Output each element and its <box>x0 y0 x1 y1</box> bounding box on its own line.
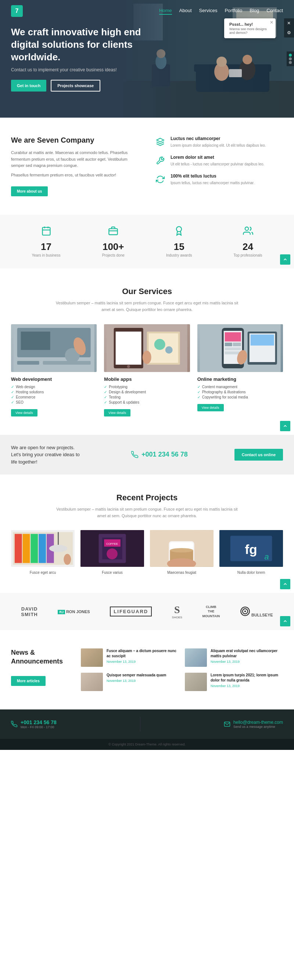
svg-rect-56 <box>15 534 22 563</box>
service-marketing-title: Online marketing <box>197 376 283 382</box>
svg-rect-47 <box>233 343 241 346</box>
project-2-image: COFFEE <box>81 530 144 567</box>
nav-home[interactable]: Home <box>159 8 172 15</box>
scroll-up-button[interactable] <box>280 255 290 265</box>
client-climb-mountain-label: CLIMBTHEMOUNTAIN <box>202 605 220 619</box>
svg-point-63 <box>64 554 71 565</box>
service-mobile-image <box>104 324 190 372</box>
hero-section: 7 Home About Services Portfolio Blog Con… <box>0 0 294 118</box>
news-date-1: November 13, 2019 <box>106 660 179 663</box>
services-section: Our Services Vestibulum semper – mattis … <box>0 268 294 434</box>
client-shoes-s-label: S <box>172 604 182 616</box>
project-4[interactable]: fg a Nulla dolor lorem <box>219 530 283 574</box>
nav-contact[interactable]: Contact <box>267 8 283 15</box>
news-content-4: Lorem ipsum turpis 2021; lorem ipsum dol… <box>211 673 283 689</box>
service-marketing-check-1: Content management <box>197 385 283 389</box>
clients-scroll-up[interactable] <box>280 616 290 626</box>
briefcase-icon <box>102 226 125 238</box>
popup-nav-close[interactable]: ✕ <box>284 18 294 28</box>
project-1-image <box>11 530 75 567</box>
projects-title: Recent Projects <box>11 493 283 503</box>
news-thumb-4 <box>185 673 207 691</box>
cta-phone-number: +001 234 56 78 <box>141 451 188 458</box>
service-web-check-1: Web design <box>11 385 97 389</box>
svg-rect-21 <box>109 229 118 235</box>
project-3[interactable]: Maecenas feugiat <box>150 530 213 574</box>
news-item-4: Lorem ipsum turpis 2021; lorem ipsum dol… <box>185 673 283 691</box>
feature-2-desc: Ut elit tellus - luctus nec ullamcorper … <box>170 161 264 167</box>
nav-portfolio[interactable]: Portfolio <box>224 8 242 15</box>
svg-rect-17 <box>42 228 50 235</box>
nav-logo[interactable]: 7 <box>11 5 23 17</box>
phone-icon <box>131 451 138 458</box>
more-about-us-button[interactable]: More about us <box>11 186 48 196</box>
cta-band: We are open for new projects. Let's brin… <box>0 435 294 475</box>
scroll-dot-3[interactable] <box>289 61 292 64</box>
contact-us-online-button[interactable]: Contact us online <box>234 449 283 461</box>
service-web-dev: Web development Web design Hosting solut… <box>11 324 97 417</box>
feature-3-title: 100% elit tellus luctus <box>170 173 254 179</box>
popup-close-icon[interactable]: ✕ <box>270 20 273 25</box>
svg-point-69 <box>106 549 118 560</box>
svg-point-62 <box>49 545 67 552</box>
projects-scroll-up[interactable] <box>280 579 290 589</box>
service-web-details-button[interactable]: View details <box>11 409 38 417</box>
services-scroll-up[interactable] <box>280 421 290 431</box>
popup-body: Wanna see more designs and demos? <box>229 27 270 35</box>
project-1[interactable]: Fusce eget arcu <box>11 530 75 574</box>
service-marketing-check-3: Copywriting for social media <box>197 395 283 399</box>
client-david-smith: DAVIDSMITH <box>21 606 38 617</box>
popup-nav-info[interactable]: ⚙ <box>284 28 294 38</box>
client-lifeguard-label: LIFEGUARD <box>110 606 152 616</box>
svg-rect-46 <box>224 343 232 346</box>
footer-bottom: © Copyright 2021 Dream-Theme. All rights… <box>0 739 294 750</box>
service-mobile-check-2: Design & development <box>104 390 190 394</box>
svg-point-36 <box>127 365 130 368</box>
nav-about[interactable]: About <box>180 8 192 15</box>
client-david-smith-label: DAVIDSMITH <box>21 606 38 617</box>
footer-phone-icon <box>11 721 17 727</box>
stat-awards: 15 Industry awards <box>166 226 192 257</box>
svg-rect-28 <box>21 332 50 350</box>
project-2[interactable]: COFFEE Fusce varius <box>81 530 144 574</box>
get-in-touch-button[interactable]: Get in touch <box>11 80 46 92</box>
news-thumb-3 <box>81 673 103 691</box>
news-item-3: Quisque semper malesuada quam November 1… <box>81 673 179 691</box>
nav-services[interactable]: Services <box>199 8 218 15</box>
service-web-title: Web development <box>11 376 97 382</box>
svg-rect-48 <box>224 347 241 350</box>
scroll-dot-2[interactable] <box>289 57 292 60</box>
stat-projects-label: Projects done <box>102 253 125 257</box>
svg-rect-53 <box>250 334 274 345</box>
service-marketing: Online marketing Content management Phot… <box>197 324 283 417</box>
project-2-label: Fusce varius <box>81 571 144 574</box>
feature-1: Luctus nec ullamcorper Lorem ipsum dolor… <box>154 136 283 148</box>
service-web-image <box>11 324 97 372</box>
service-marketing-details-button[interactable]: View details <box>197 404 224 411</box>
service-web-check-4: SEO <box>11 400 97 404</box>
client-shoes: S SHOES <box>172 604 182 619</box>
service-mobile-check-3: Testing <box>104 395 190 399</box>
stat-years-number: 17 <box>32 241 60 253</box>
stat-professionals: 24 Top professionals <box>234 226 262 257</box>
nav-blog[interactable]: Blog <box>250 8 259 15</box>
projects-showcase-button[interactable]: Projects showcase <box>51 80 100 92</box>
stat-years: 17 Years in business <box>32 226 60 257</box>
project-3-label: Maecenas feugiat <box>150 571 213 574</box>
svg-marker-16 <box>157 138 164 142</box>
more-articles-button[interactable]: More articles <box>11 676 46 686</box>
about-title: We are Seven Company <box>11 136 140 145</box>
stats-section: 17 Years in business 100+ Projects done … <box>0 215 294 268</box>
about-para-2: Phasellus fermentum pretium eros, ut fau… <box>11 172 140 179</box>
projects-section: Recent Projects Vestibulum semper – matt… <box>0 474 294 593</box>
news-section: News & Announcements More articles Fusce… <box>0 630 294 710</box>
footer-phone-number: +001 234 56 78 <box>21 719 57 725</box>
footer-divider-1 <box>140 717 140 732</box>
news-thumb-1 <box>81 648 103 667</box>
svg-point-24 <box>176 227 181 232</box>
service-mobile-details-button[interactable]: View details <box>104 409 130 417</box>
client-climb-mountain: CLIMBTHEMOUNTAIN <box>202 605 220 619</box>
scroll-dot-1[interactable] <box>289 54 292 57</box>
svg-rect-30 <box>17 361 39 365</box>
footer-email-sub: Send us a message anytime <box>234 725 283 729</box>
